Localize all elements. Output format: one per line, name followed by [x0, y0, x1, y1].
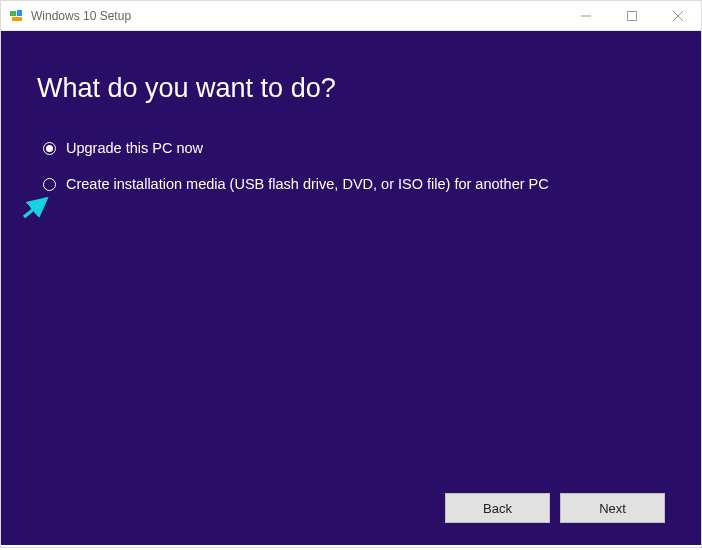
svg-rect-4 [628, 12, 637, 21]
option-label: Upgrade this PC now [66, 138, 203, 158]
option-create-media[interactable]: Create installation media (USB flash dri… [43, 174, 665, 194]
next-button[interactable]: Next [560, 493, 665, 523]
radio-icon [43, 142, 56, 155]
window-title: Windows 10 Setup [31, 9, 131, 23]
back-button[interactable]: Back [445, 493, 550, 523]
button-row: Back Next [445, 493, 665, 523]
close-button[interactable] [655, 1, 701, 31]
options-group: Upgrade this PC now Create installation … [43, 138, 665, 195]
titlebar: Windows 10 Setup [1, 1, 701, 31]
svg-rect-2 [12, 17, 22, 21]
minimize-button[interactable] [563, 1, 609, 31]
window-controls [563, 1, 701, 31]
maximize-button[interactable] [609, 1, 655, 31]
svg-rect-0 [10, 11, 16, 16]
option-label: Create installation media (USB flash dri… [66, 174, 549, 194]
windows-setup-icon [9, 8, 25, 24]
setup-panel: What do you want to do? Upgrade this PC … [1, 31, 701, 545]
radio-icon [43, 178, 56, 191]
option-upgrade-now[interactable]: Upgrade this PC now [43, 138, 665, 158]
svg-rect-1 [17, 10, 22, 16]
page-title: What do you want to do? [37, 73, 665, 104]
